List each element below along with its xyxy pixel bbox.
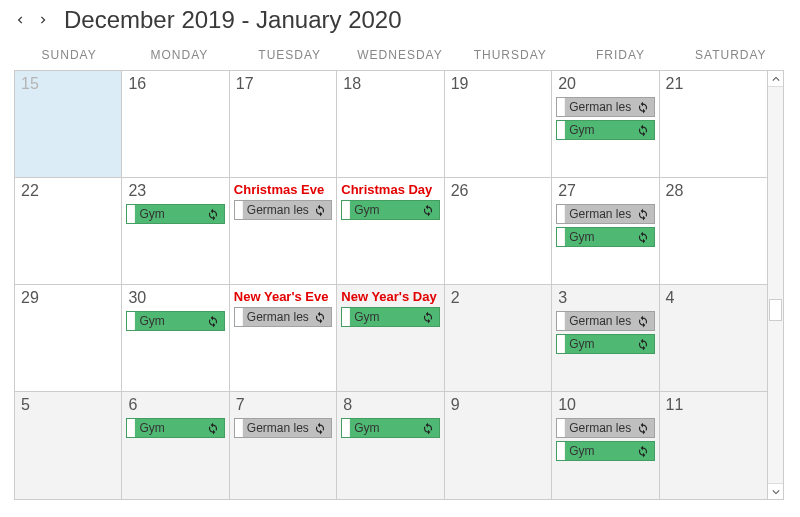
event-list: German lesGym xyxy=(556,311,654,354)
recurring-icon xyxy=(635,313,651,329)
event-status-stripe xyxy=(557,335,565,353)
calendar-cell[interactable]: 30Gym xyxy=(122,285,229,392)
next-arrow[interactable] xyxy=(36,13,50,27)
event-gym[interactable]: Gym xyxy=(556,120,654,140)
calendar-cell[interactable]: 4 xyxy=(660,285,767,392)
recurring-icon xyxy=(312,420,328,436)
recurring-icon xyxy=(205,420,221,436)
scroll-thumb[interactable] xyxy=(769,299,782,321)
calendar-cell[interactable]: 23Gym xyxy=(122,178,229,285)
calendar-cell[interactable]: 8Gym xyxy=(337,392,444,499)
event-german-lesson[interactable]: German les xyxy=(556,311,654,331)
calendar-cell[interactable]: New Year's EveGerman les xyxy=(230,285,337,392)
calendar-cell[interactable]: Christmas EveGerman les xyxy=(230,178,337,285)
event-status-stripe xyxy=(557,312,565,330)
scroll-down-button[interactable] xyxy=(768,483,783,499)
event-list: Gym xyxy=(341,307,439,327)
event-status-stripe xyxy=(235,201,243,219)
calendar-cell[interactable]: 3German lesGym xyxy=(552,285,659,392)
calendar-cell[interactable]: 18 xyxy=(337,71,444,178)
scroll-up-button[interactable] xyxy=(768,71,783,87)
event-list: German lesGym xyxy=(556,204,654,247)
calendar-cell[interactable]: 19 xyxy=(445,71,552,178)
event-list: German les xyxy=(234,307,332,327)
calendar-cell[interactable]: 27German lesGym xyxy=(552,178,659,285)
vertical-scrollbar[interactable] xyxy=(768,70,784,500)
event-gym[interactable]: Gym xyxy=(556,227,654,247)
calendar-cell[interactable]: 29 xyxy=(15,285,122,392)
recurring-icon xyxy=(635,122,651,138)
holiday-label: Christmas Eve xyxy=(234,182,324,197)
day-number: 17 xyxy=(236,75,254,93)
event-list: Gym xyxy=(341,418,439,438)
calendar-cell[interactable]: 2 xyxy=(445,285,552,392)
weekday-header-row: SUNDAY MONDAY TUESDAY WEDNESDAY THURSDAY… xyxy=(0,46,800,70)
day-number: 27 xyxy=(558,182,576,200)
day-number: 16 xyxy=(128,75,146,93)
day-number: 7 xyxy=(236,396,245,414)
event-label: Gym xyxy=(135,207,204,221)
event-label: Gym xyxy=(135,314,204,328)
event-gym[interactable]: Gym xyxy=(126,311,224,331)
event-german-lesson[interactable]: German les xyxy=(556,418,654,438)
holiday-label: Christmas Day xyxy=(341,182,432,197)
prev-arrow[interactable] xyxy=(14,13,28,27)
calendar-cell[interactable]: New Year's DayGym xyxy=(337,285,444,392)
weekday-saturday: SATURDAY xyxy=(676,46,786,70)
calendar-cell[interactable]: 7German les xyxy=(230,392,337,499)
event-list: German les xyxy=(234,418,332,438)
event-gym[interactable]: Gym xyxy=(556,334,654,354)
weekday-friday: FRIDAY xyxy=(565,46,675,70)
calendar-cell[interactable]: 26 xyxy=(445,178,552,285)
calendar-cell[interactable]: 21 xyxy=(660,71,767,178)
recurring-icon xyxy=(635,206,651,222)
event-label: Gym xyxy=(565,444,634,458)
recurring-icon xyxy=(635,99,651,115)
calendar-cell[interactable]: 15 xyxy=(15,71,122,178)
recurring-icon xyxy=(420,202,436,218)
weekday-sunday: SUNDAY xyxy=(14,46,124,70)
day-number: 2 xyxy=(451,289,460,307)
calendar-cell[interactable]: 22 xyxy=(15,178,122,285)
event-label: German les xyxy=(243,310,312,324)
calendar-cell[interactable]: 11 xyxy=(660,392,767,499)
event-label: German les xyxy=(243,421,312,435)
day-number: 15 xyxy=(21,75,39,93)
calendar-cell[interactable]: Christmas DayGym xyxy=(337,178,444,285)
event-german-lesson[interactable]: German les xyxy=(234,307,332,327)
event-status-stripe xyxy=(342,419,350,437)
calendar-cell[interactable]: 20German lesGym xyxy=(552,71,659,178)
event-german-lesson[interactable]: German les xyxy=(556,97,654,117)
weekday-tuesday: TUESDAY xyxy=(235,46,345,70)
calendar-cell[interactable]: 10German lesGym xyxy=(552,392,659,499)
event-status-stripe xyxy=(342,201,350,219)
recurring-icon xyxy=(420,309,436,325)
calendar-cell[interactable]: 17 xyxy=(230,71,337,178)
event-german-lesson[interactable]: German les xyxy=(234,200,332,220)
event-gym[interactable]: Gym xyxy=(126,204,224,224)
event-status-stripe xyxy=(557,442,565,460)
event-list: Gym xyxy=(126,311,224,331)
calendar-cell[interactable]: 28 xyxy=(660,178,767,285)
recurring-icon xyxy=(205,206,221,222)
recurring-icon xyxy=(420,420,436,436)
event-gym[interactable]: Gym xyxy=(126,418,224,438)
event-status-stripe xyxy=(342,308,350,326)
calendar-cell[interactable]: 16 xyxy=(122,71,229,178)
recurring-icon xyxy=(312,202,328,218)
event-label: Gym xyxy=(350,310,419,324)
event-status-stripe xyxy=(557,205,565,223)
calendar-grid: 151617181920German lesGym212223GymChrist… xyxy=(14,70,768,500)
event-german-lesson[interactable]: German les xyxy=(234,418,332,438)
event-german-lesson[interactable]: German les xyxy=(556,204,654,224)
day-number: 29 xyxy=(21,289,39,307)
calendar-cell[interactable]: 5 xyxy=(15,392,122,499)
event-gym[interactable]: Gym xyxy=(341,418,439,438)
event-status-stripe xyxy=(235,308,243,326)
recurring-icon xyxy=(635,443,651,459)
calendar-cell[interactable]: 6Gym xyxy=(122,392,229,499)
event-gym[interactable]: Gym xyxy=(341,307,439,327)
event-gym[interactable]: Gym xyxy=(556,441,654,461)
event-gym[interactable]: Gym xyxy=(341,200,439,220)
calendar-cell[interactable]: 9 xyxy=(445,392,552,499)
